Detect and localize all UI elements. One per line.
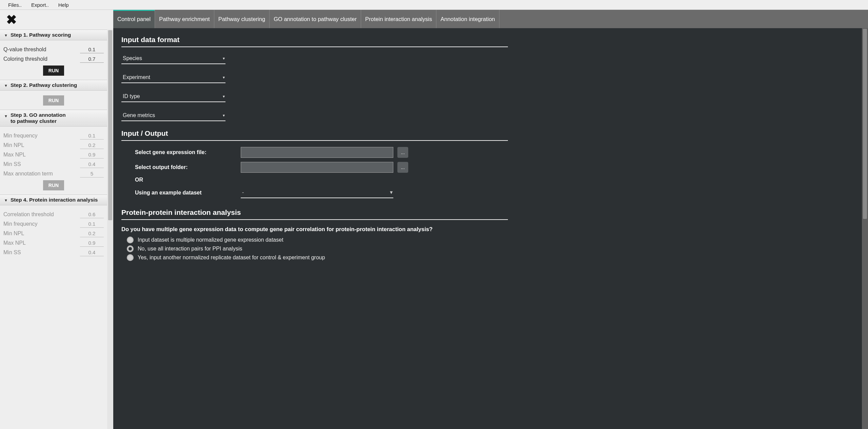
ppi-option-3-label: Yes, input another normalized replicate … <box>138 255 325 261</box>
content-scrollbar-thumb[interactable] <box>863 29 867 219</box>
ppi-option-2[interactable]: No, use all interaction pairs for PPI an… <box>127 245 854 252</box>
min-npl4-input[interactable] <box>80 230 104 237</box>
tab-protein-interaction[interactable]: Protein interaction analysis <box>361 10 436 28</box>
tab-pathway-clustering[interactable]: Pathway clustering <box>214 10 270 28</box>
step2-header[interactable]: ▼ Step 2. Pathway clustering <box>0 80 107 91</box>
gene-metrics-dropdown[interactable]: Gene metrics ▾ <box>121 110 225 121</box>
or-label: OR <box>135 177 237 183</box>
max-term-label: Max annotation term <box>3 171 80 177</box>
tab-go-annotation[interactable]: GO annotation to pathway cluster <box>270 10 361 28</box>
experiment-label: Experiment <box>123 74 150 80</box>
qvalue-input[interactable] <box>80 46 104 53</box>
sidebar-scrollbar-thumb[interactable] <box>108 30 112 220</box>
species-dropdown[interactable]: Species ▾ <box>121 53 225 64</box>
idtype-dropdown[interactable]: ID type ▾ <box>121 91 225 102</box>
radio-icon <box>127 245 134 252</box>
step4-header[interactable]: ▼ Step 4. Protein interaction analysis <box>0 194 107 205</box>
max-npl4-input[interactable] <box>80 239 104 247</box>
chevron-down-icon: ▾ <box>223 75 225 80</box>
divider <box>121 140 508 141</box>
step3-title-b: to pathway cluster <box>11 118 57 124</box>
divider <box>121 46 508 47</box>
main-column: Control panel Pathway enrichment Pathway… <box>113 10 868 429</box>
idtype-label: ID type <box>123 93 140 99</box>
step3-run-button[interactable]: RUN <box>43 180 64 190</box>
max-npl-label: Max NPL <box>3 152 80 158</box>
qvalue-label: Q-value threshold <box>3 46 80 53</box>
content-scrollbar[interactable] <box>862 28 868 429</box>
browse-file-button[interactable]: ... <box>397 147 408 158</box>
step1-run-button[interactable]: RUN <box>43 66 64 76</box>
min-npl-input[interactable] <box>80 142 104 149</box>
gene-file-input[interactable] <box>241 147 393 158</box>
coloring-label: Coloring threshold <box>3 56 80 62</box>
min-ss4-label: Min SS <box>3 249 80 256</box>
example-dataset-dropdown[interactable]: - ▾ <box>241 187 393 198</box>
step2-title: Step 2. Pathway clustering <box>11 82 77 88</box>
sidebar-column: ✖ ▼ Step 1. Pathway scoring Q-value thre… <box>0 10 113 429</box>
radio-icon <box>127 237 134 243</box>
output-folder-input[interactable] <box>241 162 393 173</box>
io-heading: Input / Output <box>121 129 854 137</box>
step3-title-a: Step 3. GO annotation <box>11 112 66 118</box>
step1-header[interactable]: ▼ Step 1. Pathway scoring <box>0 30 107 40</box>
chevron-down-icon: ▾ <box>223 56 225 61</box>
browse-folder-button[interactable]: ... <box>397 162 408 173</box>
ppi-option-1-label: Input dataset is multiple normalized gen… <box>138 237 283 243</box>
example-dataset-value: - <box>242 189 244 195</box>
min-freq4-input[interactable] <box>80 220 104 228</box>
min-freq4-label: Min frequency <box>3 221 80 227</box>
content-panel: Input data format Species ▾ Experiment ▾… <box>113 28 862 429</box>
tab-bar: Control panel Pathway enrichment Pathway… <box>113 10 868 28</box>
min-npl-label: Min NPL <box>3 142 80 148</box>
step4-body: Correlation threshold Min frequency Min … <box>0 205 107 262</box>
divider <box>121 219 508 220</box>
step2-run-button[interactable]: RUN <box>43 95 64 106</box>
max-npl-input[interactable] <box>80 151 104 158</box>
min-freq-input[interactable] <box>80 132 104 139</box>
min-freq-label: Min frequency <box>3 133 80 139</box>
experiment-dropdown[interactable]: Experiment ▾ <box>121 72 225 83</box>
collapse-icon: ▼ <box>4 112 8 118</box>
ppi-option-2-label: No, use all interaction pairs for PPI an… <box>138 246 242 252</box>
ppi-question: Do you have multiple gene expression dat… <box>121 226 854 232</box>
max-npl4-label: Max NPL <box>3 240 80 246</box>
min-ss-input[interactable] <box>80 161 104 168</box>
step3-header[interactable]: ▼ Step 3. GO annotation to pathway clust… <box>0 110 107 127</box>
step2-body: RUN <box>0 91 107 110</box>
select-folder-label: Select output folder: <box>135 164 237 170</box>
sidebar: ▼ Step 1. Pathway scoring Q-value thresh… <box>0 30 107 429</box>
ppi-option-3[interactable]: Yes, input another normalized replicate … <box>127 254 854 261</box>
ppi-heading: Protein-protein interaction analysis <box>121 208 854 217</box>
chevron-down-icon: ▾ <box>223 113 225 118</box>
max-term-input[interactable] <box>80 170 104 178</box>
collapse-icon: ▼ <box>4 197 8 202</box>
menu-files[interactable]: Files.. <box>3 1 26 9</box>
chevron-down-icon: ▾ <box>223 94 225 99</box>
min-npl4-label: Min NPL <box>3 230 80 237</box>
select-file-label: Select gene expression file: <box>135 149 237 155</box>
min-ss-label: Min SS <box>3 161 80 167</box>
sidebar-scrollbar[interactable] <box>107 30 113 429</box>
menu-bar: Files.. Export.. Help <box>0 0 868 10</box>
chevron-down-icon: ▾ <box>390 189 393 195</box>
corr-input[interactable] <box>80 211 104 218</box>
collapse-icon: ▼ <box>4 82 8 88</box>
menu-help[interactable]: Help <box>54 1 74 9</box>
tab-pathway-enrichment[interactable]: Pathway enrichment <box>155 10 214 28</box>
step3-body: Min frequency Min NPL Max NPL Min SS <box>0 127 107 194</box>
collapse-icon: ▼ <box>4 32 8 37</box>
tab-control-panel[interactable]: Control panel <box>113 10 155 28</box>
logo-icon: ✖ <box>6 12 17 27</box>
gene-metrics-label: Gene metrics <box>123 112 155 118</box>
tab-annotation-integration[interactable]: Annotation integration <box>436 10 499 28</box>
step3-title: Step 3. GO annotation to pathway cluster <box>11 112 66 124</box>
menu-export[interactable]: Export.. <box>26 1 54 9</box>
species-label: Species <box>123 55 142 61</box>
step4-title: Step 4. Protein interaction analysis <box>11 197 98 203</box>
ppi-option-1[interactable]: Input dataset is multiple normalized gen… <box>127 237 854 243</box>
coloring-input[interactable] <box>80 55 104 63</box>
min-ss4-input[interactable] <box>80 249 104 256</box>
step1-body: Q-value threshold Coloring threshold RUN <box>0 40 107 80</box>
corr-label: Correlation threshold <box>3 211 80 218</box>
